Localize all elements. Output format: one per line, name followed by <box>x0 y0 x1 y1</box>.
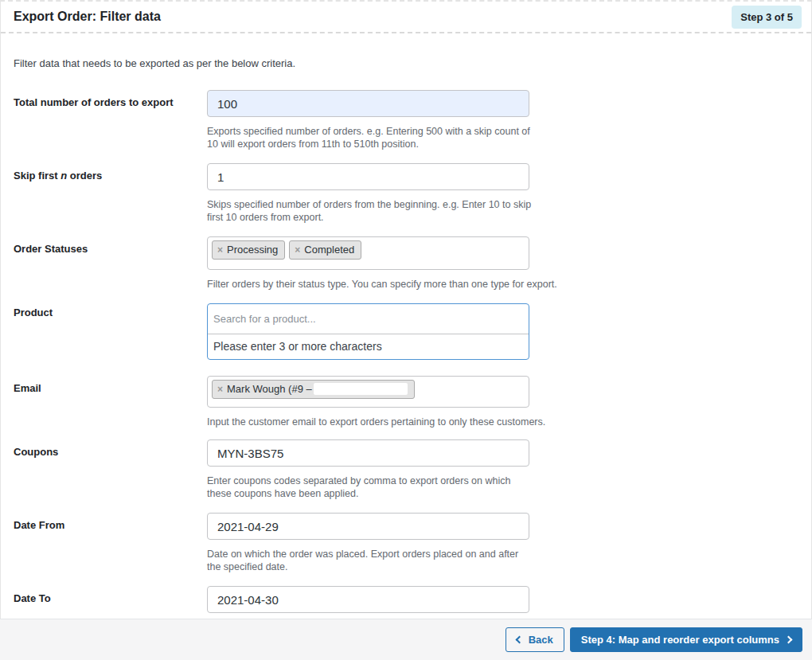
total-orders-help: Exports specified number of orders. e.g.… <box>207 125 535 150</box>
email-tag: ×Mark Wough (#9 – <box>212 380 415 399</box>
email-multiselect[interactable]: ×Mark Wough (#9 – <box>207 376 529 408</box>
status-tag-label: Completed <box>304 244 354 256</box>
next-step-button-label: Step 4: Map and reorder export columns <box>581 634 779 646</box>
order-statuses-label: Order Statuses <box>14 236 207 291</box>
remove-tag-icon[interactable]: × <box>295 244 300 256</box>
remove-tag-icon[interactable]: × <box>217 384 223 395</box>
product-search-row <box>208 304 529 334</box>
product-label: Product <box>14 303 207 361</box>
status-tag-processing: ×Processing <box>212 240 285 260</box>
field-row-date-to: Date To Date on which the order was plac… <box>14 586 798 619</box>
total-orders-input[interactable] <box>207 90 529 117</box>
product-dropdown-message: Please enter 3 or more characters <box>208 334 529 359</box>
field-row-product: Product Input the product name to export… <box>14 303 798 361</box>
total-orders-label: Total number of orders to export <box>14 90 207 150</box>
redacted-email <box>314 383 408 395</box>
email-label: Email <box>14 376 207 428</box>
field-row-coupons: Coupons Enter coupons codes separated by… <box>14 439 798 500</box>
step-badge: Step 3 of 5 <box>732 6 802 29</box>
chevron-right-icon <box>785 636 793 644</box>
next-step-button[interactable]: Step 4: Map and reorder export columns <box>570 627 802 652</box>
status-tag-completed: ×Completed <box>289 240 361 260</box>
skip-orders-label: Skip first n orders <box>14 163 207 224</box>
order-statuses-help: Filter orders by their status type. You … <box>207 278 798 291</box>
coupons-help: Enter coupons codes separated by comma t… <box>207 474 535 500</box>
skip-orders-input[interactable] <box>207 163 529 190</box>
field-row-email: Email ×Mark Wough (#9 – Input the custom… <box>14 376 798 428</box>
email-tag-label: Mark Wough (#9 – <box>227 383 312 395</box>
page-title: Export Order: Filter data <box>14 10 161 24</box>
back-button[interactable]: Back <box>506 627 564 652</box>
date-from-label: Date From <box>14 513 207 573</box>
skip-orders-help: Skips specified number of orders from th… <box>207 198 535 224</box>
back-button-label: Back <box>529 634 553 646</box>
coupons-label: Coupons <box>14 439 207 500</box>
date-to-input[interactable] <box>207 586 529 613</box>
filter-form: Filter data that needs to be exported as… <box>1 33 811 619</box>
field-row-skip-orders: Skip first n orders Skips specified numb… <box>14 163 798 224</box>
export-wizard-card: Export Order: Filter data Step 3 of 5 Fi… <box>0 0 812 619</box>
date-from-help: Date on which the order was placed. Expo… <box>207 548 535 573</box>
field-row-order-statuses: Order Statuses ×Processing ×Completed Fi… <box>14 236 798 291</box>
product-search-input[interactable] <box>213 313 523 325</box>
remove-tag-icon[interactable]: × <box>217 244 223 256</box>
intro-text: Filter data that needs to be exported as… <box>14 57 798 69</box>
order-statuses-multiselect[interactable]: ×Processing ×Completed <box>207 236 529 270</box>
date-from-input[interactable] <box>207 513 529 540</box>
product-search-dropdown: Please enter 3 or more characters <box>207 303 529 360</box>
field-row-total-orders: Total number of orders to export Exports… <box>14 90 798 150</box>
status-tag-label: Processing <box>227 244 278 256</box>
date-to-label: Date To <box>14 586 207 619</box>
coupons-input[interactable] <box>207 439 529 467</box>
wizard-header: Export Order: Filter data Step 3 of 5 <box>1 2 811 33</box>
wizard-footer: Back Step 4: Map and reorder export colu… <box>0 619 812 660</box>
email-help: Input the customer email to export order… <box>207 416 798 428</box>
chevron-left-icon <box>515 636 523 644</box>
field-row-date-from: Date From Date on which the order was pl… <box>14 513 798 573</box>
